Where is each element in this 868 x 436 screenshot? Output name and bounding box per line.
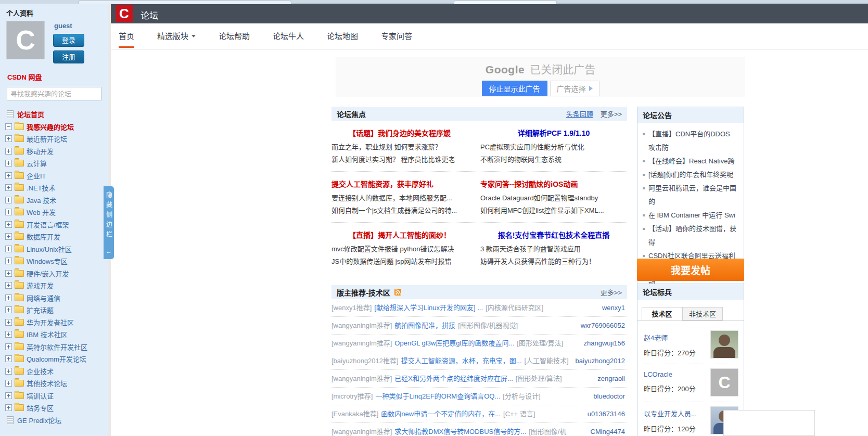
announcement-link[interactable]: 【在线峰会】React Native跨 — [643, 155, 736, 168]
focus-link[interactable]: 如何利用MFC创建list控件显示如下XML... — [480, 204, 627, 217]
thread-link[interactable]: 已经X和另外两个点的经纬度对应在屏... — [394, 375, 513, 382]
user-link[interactable]: wenxy1 — [602, 302, 625, 313]
sidebar-item[interactable]: 最近新开论坛 — [5, 133, 108, 145]
plus-box-icon[interactable] — [5, 270, 12, 277]
thread-link[interactable]: 函数内new申请一个不定值的内存，在... — [381, 410, 501, 418]
plus-box-icon[interactable] — [5, 404, 12, 411]
plus-box-icon[interactable] — [5, 282, 12, 289]
plus-box-icon[interactable] — [5, 246, 12, 252]
user-link[interactable]: wxr769066052 — [581, 320, 625, 331]
tab-tech-zone[interactable]: 技术区 — [642, 307, 682, 320]
stop-showing-ad-button[interactable]: 停止显示此广告 — [482, 81, 547, 96]
sidebar-item[interactable]: Linux/Unix社区 — [5, 243, 108, 255]
plus-box-icon[interactable] — [5, 172, 12, 179]
sidebar-item[interactable]: 扩充话题 — [5, 304, 108, 316]
sidebar-item[interactable]: 其他技术论坛 — [5, 377, 108, 390]
csdn-logo[interactable]: C — [116, 5, 133, 22]
register-button[interactable]: 注册 — [53, 50, 84, 63]
sidebar-item-forum-home[interactable]: 论坛首页 — [5, 108, 108, 121]
focus-headline[interactable]: 提交人工智能资源，获丰厚好礼 — [331, 178, 468, 189]
user-link[interactable]: LCOracle — [644, 370, 672, 378]
plus-box-icon[interactable] — [5, 233, 12, 240]
focus-link[interactable]: Oracle Dataguard如何配置物理standby — [480, 192, 627, 204]
rss-icon[interactable] — [394, 289, 401, 296]
plus-box-icon[interactable] — [5, 258, 12, 264]
sidebar-item[interactable]: 培训认证 — [5, 390, 108, 402]
thread-link[interactable]: 提交人工智能资源，水杯，充电宝，图... — [401, 357, 522, 365]
sidebar-item[interactable]: Web 开发 — [5, 206, 108, 219]
focus-headline[interactable]: 【直播】揭开人工智能的面纱！ — [331, 229, 468, 240]
sidebar-item[interactable]: 华为开发者社区 — [5, 316, 108, 329]
sidebar-item[interactable]: .NET技术 — [5, 182, 108, 194]
sidebar-item[interactable]: 硬件/嵌入开发 — [5, 267, 108, 280]
csdn-netdisk-link[interactable]: CSDN 网盘 — [7, 72, 108, 82]
plus-box-icon[interactable] — [5, 197, 12, 203]
minus-box-icon[interactable] — [5, 123, 12, 130]
sidebar-item-my-forums[interactable]: 我感兴趣的论坛 — [5, 121, 108, 133]
headline-review-link[interactable]: 头条回顾 — [566, 109, 593, 119]
announcement-link[interactable]: 阿里云和腾讯云，谁会是中国的 — [643, 182, 736, 209]
announcement-link[interactable]: 【直播】CDN平台的DDOS攻击防 — [643, 127, 736, 155]
sidebar-item-ge-predix[interactable]: GE Predix论坛 — [5, 414, 108, 427]
new-post-button[interactable]: 我要发帖 — [637, 259, 744, 281]
user-link[interactable]: zhangwuji156 — [583, 338, 625, 349]
plus-box-icon[interactable] — [5, 184, 12, 191]
thread-link[interactable]: [献给想深入学习Linux开发的网友] ... — [374, 304, 483, 312]
plus-box-icon[interactable] — [5, 355, 12, 362]
thread-link[interactable]: OpenGL gl3w库把原gl库的函数覆盖问... — [394, 339, 514, 347]
user-link[interactable]: zengraoli — [597, 373, 625, 384]
sidebar-item[interactable]: 移动开发 — [5, 145, 108, 158]
focus-link[interactable]: 不断演时的物联网生态系统 — [480, 153, 627, 166]
focus-headline[interactable]: 报名!支付宝春节红包技术全程直播 — [480, 229, 627, 240]
plus-box-icon[interactable] — [5, 221, 12, 228]
user-link[interactable]: 以专业开发人员... — [644, 408, 697, 418]
announcement-link[interactable]: 【活动】晒你的技术图谱，获得 — [643, 222, 736, 249]
focus-link[interactable]: 妨碍开发人员获得高性能的三种行为！ — [480, 255, 627, 268]
user-link[interactable]: CMing4474 — [591, 426, 626, 436]
focus-headline[interactable]: 【话题】我们身边的美女程序媛 — [331, 127, 468, 138]
login-button[interactable]: 登录 — [53, 34, 84, 47]
user-link[interactable]: bluedoctor — [593, 391, 625, 402]
focus-link[interactable]: 3 款雨天适合孩子的益智游戏应用 — [480, 243, 627, 255]
focus-link[interactable]: 如何自制一个js文档生成器满足公司的特... — [331, 204, 468, 217]
plus-box-icon[interactable] — [5, 294, 12, 301]
plus-box-icon[interactable] — [5, 331, 12, 338]
forum-search-input[interactable] — [7, 87, 101, 100]
sidebar-item[interactable]: Java 技术 — [5, 194, 108, 207]
focus-link[interactable]: 而立之年，职业规划 如何要求涨薪？ — [331, 141, 468, 153]
ad-choices-button[interactable]: 广告选择 — [550, 81, 599, 96]
sidebar-item[interactable]: 开发语言/框架 — [5, 219, 108, 231]
plus-box-icon[interactable] — [5, 380, 12, 387]
sidebar-item[interactable]: 企业技术 — [5, 365, 108, 378]
thread-link[interactable]: 一种类似于Linq2EF的ORM查询语言OQ... — [375, 392, 500, 400]
focus-link[interactable]: mvc修改配置文件报错 python错误怎解决 — [331, 243, 468, 255]
focus-link[interactable]: 新人如何度过实习期？ 程序员比比谁更老 — [331, 153, 468, 166]
focus-link[interactable]: JS中的数据传送问题 jsp网站发布时报错 — [331, 255, 468, 268]
focus-headline[interactable]: 专家问答--探讨酷炫的iOS动画 — [480, 178, 627, 189]
plus-box-icon[interactable] — [5, 135, 12, 142]
recommend-more-link[interactable]: 更多>> — [601, 287, 622, 297]
focus-link[interactable]: 要连接别人的数据库，本地网络服务配... — [331, 192, 468, 204]
user-avatar[interactable] — [710, 330, 738, 358]
plus-box-icon[interactable] — [5, 148, 12, 155]
nav-forum-help[interactable]: 论坛帮助 — [219, 23, 250, 48]
plus-box-icon[interactable] — [5, 392, 12, 399]
thread-link[interactable]: 求大师指教DMX信号转MODBUS信号的方... — [394, 428, 526, 435]
user-link[interactable]: u013673146 — [588, 408, 625, 419]
focus-headline[interactable]: 详细解析PCF 1.9/1.10 — [480, 127, 627, 138]
plus-box-icon[interactable] — [5, 160, 12, 166]
sidebar-item[interactable]: IBM 技术社区 — [5, 328, 108, 341]
user-link[interactable]: 赵4老师 — [644, 332, 668, 342]
hide-sidebar-tab[interactable]: 隐藏侧边栏 ← — [104, 186, 114, 259]
sidebar-item[interactable]: 企业IT — [5, 170, 108, 182]
plus-box-icon[interactable] — [5, 319, 12, 326]
nav-home[interactable]: 首页 — [119, 23, 134, 48]
sidebar-item[interactable]: 站务专区 — [5, 402, 108, 414]
sidebar-item[interactable]: 网络与通信 — [5, 292, 108, 304]
nav-forum-map[interactable]: 论坛地图 — [327, 23, 358, 48]
plus-box-icon[interactable] — [5, 368, 12, 375]
nav-featured-sections[interactable]: 精选版块 — [157, 23, 196, 48]
focus-more-link[interactable]: 更多>> — [601, 109, 622, 119]
avatar[interactable]: C — [6, 21, 45, 59]
user-link[interactable]: baiyuzhong2012 — [576, 355, 625, 366]
